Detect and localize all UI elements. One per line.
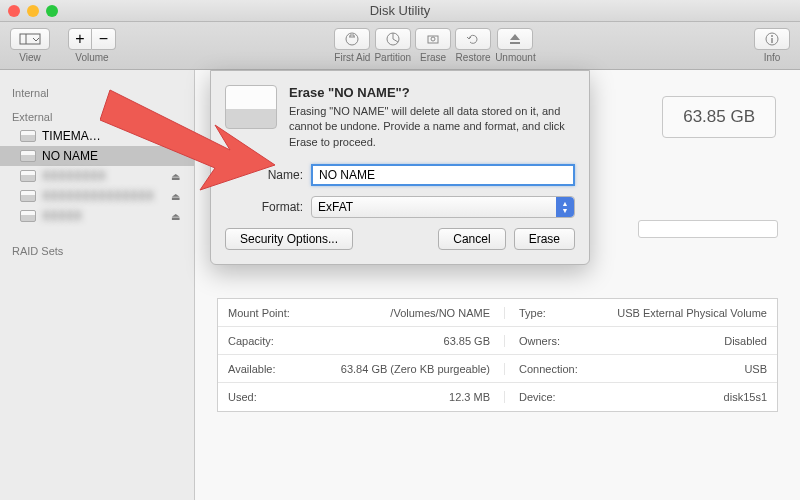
info-value: disk15s1: [585, 391, 777, 403]
partition-label: Partition: [374, 52, 411, 63]
sidebar-heading-internal: Internal: [0, 84, 194, 102]
sidebar-item-blurred[interactable]: XXXXXXXXXXXXXX ⏏: [0, 186, 194, 206]
info-group: Info: [754, 28, 790, 63]
close-window-button[interactable]: [8, 5, 20, 17]
info-value: USB: [585, 363, 777, 375]
minimize-window-button[interactable]: [27, 5, 39, 17]
info-label: Capacity:: [218, 335, 308, 347]
usage-bar: [638, 220, 778, 238]
sidebar-view-icon: [19, 33, 41, 45]
disk-info-table: Mount Point: /Volumes/NO NAME Type: USB …: [217, 298, 778, 412]
sidebar-item-blurred[interactable]: XXXXX ⏏: [0, 206, 194, 226]
info-label: Mount Point:: [218, 307, 308, 319]
info-row: Used: 12.3 MB Device: disk15s1: [218, 383, 777, 411]
drive-icon: [20, 150, 36, 162]
info-row: Available: 63.84 GB (Zero KB purgeable) …: [218, 355, 777, 383]
restore-label: Restore: [456, 52, 491, 63]
info-button[interactable]: [754, 28, 790, 50]
add-volume-button[interactable]: +: [68, 28, 92, 50]
sidebar-item-label: XXXXXXXXXXXXXX: [42, 189, 154, 203]
disk-size-badge: 63.85 GB: [662, 96, 776, 138]
info-value: 63.84 GB (Zero KB purgeable): [308, 363, 505, 375]
info-label: Connection:: [505, 363, 585, 375]
window-controls: [8, 5, 58, 17]
erase-button[interactable]: [415, 28, 451, 50]
drive-icon: [20, 130, 36, 142]
first-aid-button[interactable]: [334, 28, 370, 50]
volume-group: + − Volume: [68, 28, 116, 63]
name-input[interactable]: [311, 164, 575, 186]
info-label: Used:: [218, 391, 308, 403]
info-label: Available:: [218, 363, 308, 375]
sidebar-item-label: NO NAME: [42, 149, 98, 163]
svg-point-7: [771, 35, 773, 37]
cancel-button[interactable]: Cancel: [438, 228, 505, 250]
info-row: Mount Point: /Volumes/NO NAME Type: USB …: [218, 299, 777, 327]
eject-icon: [508, 32, 522, 46]
info-value: /Volumes/NO NAME: [308, 307, 505, 319]
unmount-label: Unmount: [495, 52, 536, 63]
svg-rect-0: [20, 34, 40, 44]
titlebar: Disk Utility: [0, 0, 800, 22]
erase-dialog: Erase "NO NAME"? Erasing "NO NAME" will …: [210, 70, 590, 265]
erase-icon: [426, 32, 440, 46]
minus-icon: −: [99, 30, 108, 48]
dialog-description: Erasing "NO NAME" will delete all data s…: [289, 104, 575, 150]
erase-label: Erase: [420, 52, 446, 63]
info-value: 12.3 MB: [308, 391, 505, 403]
svg-point-5: [431, 37, 435, 41]
info-label: Owners:: [505, 335, 585, 347]
info-label: Type:: [505, 307, 585, 319]
info-label: Device:: [505, 391, 585, 403]
format-select[interactable]: ExFAT ▲▼: [311, 196, 575, 218]
remove-volume-button[interactable]: −: [92, 28, 116, 50]
name-label: Name:: [225, 168, 303, 182]
first-aid-icon: [345, 32, 359, 46]
sidebar-item-no-name[interactable]: NO NAME: [0, 146, 194, 166]
partition-button[interactable]: [375, 28, 411, 50]
format-value: ExFAT: [318, 200, 353, 214]
select-arrows-icon: ▲▼: [556, 197, 574, 217]
view-label: View: [19, 52, 41, 63]
info-label: Info: [764, 52, 781, 63]
sidebar-item-label: XXXXX: [42, 209, 82, 223]
toolbar-actions: First Aid Partition Erase Restore Unmoun…: [334, 28, 535, 63]
sidebar-item-label: TIMEMA…: [42, 129, 101, 143]
info-row: Capacity: 63.85 GB Owners: Disabled: [218, 327, 777, 355]
info-value: Disabled: [585, 335, 777, 347]
view-button[interactable]: [10, 28, 50, 50]
toolbar: View + − Volume First Aid Partition Er: [0, 22, 800, 70]
dialog-form: Name: Format: ExFAT ▲▼: [225, 164, 575, 218]
dialog-buttons: Security Options... Cancel Erase: [225, 228, 575, 250]
restore-button[interactable]: [455, 28, 491, 50]
eject-icon[interactable]: ⏏: [171, 171, 180, 182]
unmount-button[interactable]: [497, 28, 533, 50]
sidebar-item-label: XXXXXXXX: [42, 169, 106, 183]
erase-confirm-button[interactable]: Erase: [514, 228, 575, 250]
volume-buttons: + −: [68, 28, 116, 50]
maximize-window-button[interactable]: [46, 5, 58, 17]
info-value: USB External Physical Volume: [585, 307, 777, 319]
security-options-button[interactable]: Security Options...: [225, 228, 353, 250]
partition-icon: [386, 32, 400, 46]
sidebar-heading-raid: RAID Sets: [0, 242, 194, 260]
window-title: Disk Utility: [370, 3, 431, 18]
sidebar-item-timema[interactable]: TIMEMA…: [0, 126, 194, 146]
plus-icon: +: [75, 30, 84, 48]
volume-label: Volume: [75, 52, 108, 63]
drive-large-icon: [225, 85, 277, 129]
format-label: Format:: [225, 200, 303, 214]
info-icon: [765, 32, 779, 46]
sidebar-item-blurred[interactable]: XXXXXXXX ⏏: [0, 166, 194, 186]
info-value: 63.85 GB: [308, 335, 505, 347]
drive-icon: [20, 170, 36, 182]
eject-icon[interactable]: ⏏: [171, 191, 180, 202]
dialog-title: Erase "NO NAME"?: [289, 85, 575, 100]
sidebar-heading-external: External: [0, 108, 194, 126]
eject-icon[interactable]: ⏏: [171, 211, 180, 222]
restore-icon: [466, 32, 480, 46]
dialog-header: Erase "NO NAME"? Erasing "NO NAME" will …: [225, 85, 575, 150]
first-aid-label: First Aid: [334, 52, 370, 63]
view-group: View: [10, 28, 50, 63]
drive-icon: [20, 190, 36, 202]
